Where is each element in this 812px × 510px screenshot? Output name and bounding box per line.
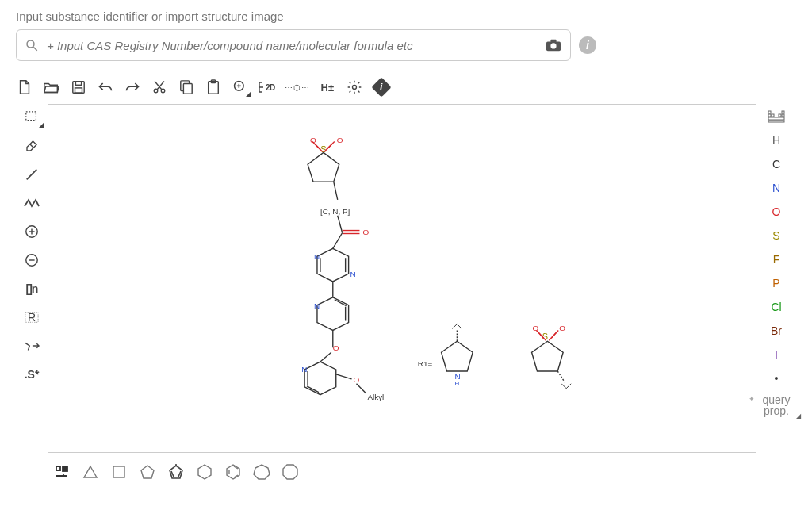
- ring-square-icon[interactable]: [109, 462, 128, 481]
- svg-text:R1=: R1=: [418, 359, 433, 368]
- atom-h-button[interactable]: H: [772, 132, 780, 148]
- svg-rect-78: [782, 114, 784, 117]
- atom-s-button[interactable]: S: [772, 228, 779, 243]
- svg-text:S: S: [320, 144, 326, 154]
- svg-rect-80: [768, 121, 784, 122]
- save-icon[interactable]: [70, 79, 87, 96]
- ring-benzene-icon[interactable]: [224, 462, 243, 481]
- atom-p-button[interactable]: P: [772, 275, 779, 291]
- atom-i-button[interactable]: I: [775, 347, 778, 362]
- svg-rect-77: [779, 114, 781, 117]
- search-row: i: [16, 29, 796, 61]
- settings-gear-icon[interactable]: [346, 79, 363, 96]
- new-file-icon[interactable]: [16, 79, 33, 96]
- reaction-arrow-icon[interactable]: [22, 337, 41, 355]
- svg-text:N: N: [314, 301, 320, 310]
- svg-point-0: [27, 40, 34, 48]
- molecule-drawing: S O O [C, N, P] O: [48, 105, 756, 452]
- svg-rect-81: [63, 466, 67, 471]
- page-heading: Input substance identifier or import str…: [16, 10, 796, 23]
- atom-cl-button[interactable]: Cl: [771, 299, 781, 315]
- svg-line-21: [30, 144, 34, 148]
- undo-icon[interactable]: [97, 79, 114, 96]
- bond-tool-icon[interactable]: [22, 166, 41, 183]
- svg-line-22: [27, 170, 37, 180]
- select-tool-icon[interactable]: ◢: [22, 109, 41, 126]
- svg-rect-73: [768, 111, 771, 113]
- paste-icon[interactable]: [205, 79, 222, 96]
- svg-line-57: [336, 374, 352, 379]
- svg-rect-76: [772, 114, 774, 117]
- rgroup-tool-button[interactable]: R: [22, 309, 41, 326]
- svg-rect-82: [113, 466, 124, 477]
- atom-n-button[interactable]: N: [772, 180, 780, 196]
- atom-any-button[interactable]: •: [775, 370, 779, 386]
- hydrogens-button[interactable]: H±: [319, 79, 336, 96]
- ring-heptagon-icon[interactable]: [252, 462, 271, 481]
- query-prop-button[interactable]: ✦ query prop. ◢: [756, 394, 796, 416]
- ring-hexagon-icon[interactable]: [195, 462, 214, 481]
- left-toolbar: ◢ []n R .S*: [16, 104, 48, 453]
- info-diamond-icon[interactable]: i: [373, 79, 390, 96]
- bottom-toolbar: [16, 453, 796, 481]
- svg-text:O: O: [362, 228, 369, 236]
- info-icon[interactable]: i: [579, 36, 596, 54]
- svg-line-53: [320, 352, 331, 362]
- camera-icon[interactable]: [545, 38, 562, 52]
- copy-icon[interactable]: [178, 79, 195, 96]
- svg-line-72: [557, 371, 565, 382]
- svg-text:N: N: [314, 252, 320, 261]
- search-icon: [25, 38, 39, 52]
- ring-cyclopentadiene-icon[interactable]: [167, 462, 186, 481]
- svg-rect-13: [183, 84, 192, 94]
- atom-c-button[interactable]: C: [772, 156, 780, 172]
- dearomatize-icon[interactable]: ⋯⬡⋯: [285, 79, 309, 96]
- svg-rect-79: [768, 117, 784, 120]
- svg-line-1: [33, 47, 37, 51]
- atom-f-button[interactable]: F: [773, 251, 780, 267]
- svg-text:N: N: [350, 270, 356, 278]
- svg-text:N: N: [301, 365, 307, 374]
- template-library-icon[interactable]: [52, 462, 71, 481]
- brackets-tool-button[interactable]: []n: [22, 280, 41, 297]
- layout-2d-button[interactable]: 2D: [259, 79, 275, 96]
- cut-icon[interactable]: [151, 79, 168, 96]
- sgroup-tool-button[interactable]: .S*: [22, 366, 41, 383]
- search-input[interactable]: [45, 38, 538, 53]
- chain-tool-icon[interactable]: [22, 194, 41, 212]
- svg-rect-20: [26, 112, 36, 121]
- svg-line-70: [549, 332, 556, 340]
- top-toolbar: ◢ 2D ⋯⬡⋯ H± i: [16, 75, 796, 104]
- svg-text:O: O: [533, 324, 539, 332]
- atom-br-button[interactable]: Br: [771, 323, 782, 339]
- svg-text:H: H: [454, 380, 459, 387]
- atom-o-button[interactable]: O: [772, 204, 781, 220]
- svg-rect-6: [75, 82, 81, 86]
- svg-line-38: [338, 216, 343, 233]
- open-folder-icon[interactable]: [43, 79, 60, 96]
- redo-icon[interactable]: [124, 79, 141, 96]
- erase-tool-icon[interactable]: [22, 137, 41, 155]
- svg-rect-7: [75, 88, 82, 93]
- ring-octagon-icon[interactable]: [281, 462, 300, 481]
- ring-pentagon-icon[interactable]: [138, 462, 157, 481]
- svg-point-4: [550, 43, 556, 48]
- svg-text:O: O: [310, 136, 316, 144]
- svg-line-36: [334, 182, 338, 200]
- ring-triangle-icon[interactable]: [81, 462, 100, 481]
- svg-text:O: O: [559, 324, 565, 332]
- zoom-add-icon[interactable]: ◢: [232, 79, 249, 96]
- charge-minus-icon[interactable]: [22, 251, 41, 269]
- svg-text:[C, N, P]: [C, N, P]: [320, 207, 350, 216]
- search-box[interactable]: [16, 29, 571, 61]
- svg-text:O: O: [333, 343, 339, 352]
- svg-text:Alkyl: Alkyl: [367, 393, 384, 401]
- workspace: ◢ []n R .S*: [16, 104, 796, 453]
- periodic-table-icon[interactable]: [768, 109, 785, 125]
- charge-plus-icon[interactable]: [22, 223, 41, 240]
- svg-line-59: [357, 384, 366, 393]
- svg-text:O: O: [337, 136, 343, 144]
- svg-text:O: O: [354, 375, 360, 384]
- structure-canvas[interactable]: S O O [C, N, P] O: [48, 104, 756, 453]
- svg-point-19: [352, 86, 356, 90]
